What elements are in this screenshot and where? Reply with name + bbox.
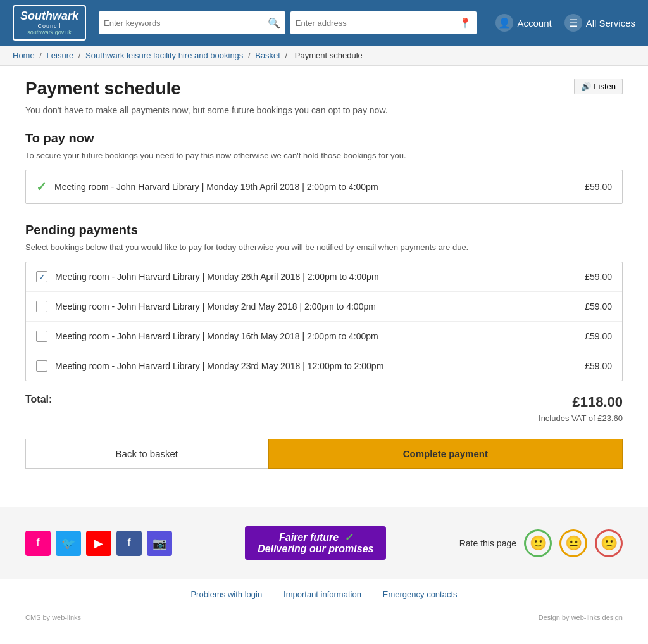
breadcrumb-leisure[interactable]: Leisure bbox=[47, 51, 74, 60]
fairer-banner-box: Fairer future ✓ Delivering our promises bbox=[245, 526, 386, 560]
twitter-icon[interactable]: 🐦 bbox=[56, 531, 81, 556]
back-to-basket-button[interactable]: Back to basket bbox=[25, 439, 268, 469]
social-icons: f 🐦 ▶ f 📷 bbox=[25, 531, 172, 556]
pending-checkbox-0[interactable] bbox=[36, 271, 47, 282]
services-button[interactable]: ☰ All Services bbox=[564, 14, 635, 32]
vat-text: Includes VAT of £23.60 bbox=[25, 414, 623, 423]
pay-now-item-0: ✓ Meeting room - John Harvard Library | … bbox=[26, 170, 622, 203]
youtube-icon[interactable]: ▶ bbox=[86, 531, 111, 556]
services-label: All Services bbox=[586, 18, 635, 28]
design-credit: Design by web-links design bbox=[539, 614, 623, 621]
footer-bottom: CMS by web-links Design by web-links des… bbox=[0, 609, 648, 626]
page-title: Payment schedule bbox=[25, 79, 623, 99]
listen-label: Listen bbox=[594, 82, 616, 91]
pay-now-item-desc: Meeting room - John Harvard Library | Mo… bbox=[54, 182, 585, 192]
search-icon: 🔍 bbox=[268, 17, 280, 29]
pending-item-1: Meeting room - John Harvard Library | Mo… bbox=[26, 292, 622, 322]
footer-inner: f 🐦 ▶ f 📷 Fairer future ✓ Delivering our… bbox=[25, 526, 623, 560]
emergency-contacts-link[interactable]: Emergency contacts bbox=[383, 590, 458, 599]
header-nav: 👤 Account ☰ All Services bbox=[495, 14, 635, 32]
account-button[interactable]: 👤 Account bbox=[495, 14, 551, 32]
fairer-future-banner: Fairer future ✓ Delivering our promises bbox=[245, 526, 386, 560]
breadcrumb-sep: / bbox=[248, 51, 252, 60]
breadcrumb-home[interactable]: Home bbox=[13, 51, 35, 60]
total-amount: £118.00 bbox=[572, 394, 623, 410]
main-content: 🔊 Listen Payment schedule You don't have… bbox=[0, 66, 648, 507]
breadcrumb-current: Payment schedule bbox=[295, 51, 363, 60]
breadcrumb-basket[interactable]: Basket bbox=[255, 51, 280, 60]
keyword-input[interactable] bbox=[104, 18, 268, 28]
pending-item-desc-0: Meeting room - John Harvard Library | Mo… bbox=[55, 272, 585, 282]
logo-text: Southwark bbox=[20, 10, 78, 22]
rate-label: Rate this page bbox=[459, 538, 516, 548]
pending-item-desc-2: Meeting room - John Harvard Library | Mo… bbox=[55, 331, 585, 341]
account-icon: 👤 bbox=[495, 14, 513, 32]
pending-item-desc-3: Meeting room - John Harvard Library | Mo… bbox=[55, 361, 585, 371]
address-input[interactable] bbox=[296, 18, 459, 28]
services-icon: ☰ bbox=[564, 14, 582, 32]
neutral-rating[interactable]: 😐 bbox=[559, 529, 587, 557]
breadcrumb: Home / Leisure / Southwark leisure facil… bbox=[0, 46, 648, 66]
breadcrumb-sep: / bbox=[78, 51, 83, 60]
logo[interactable]: Southwark Council southwark.gov.uk bbox=[13, 5, 86, 41]
listen-button[interactable]: 🔊 Listen bbox=[574, 79, 623, 94]
keyword-search[interactable]: 🔍 bbox=[99, 11, 285, 34]
pending-item-0: Meeting room - John Harvard Library | Mo… bbox=[26, 262, 622, 292]
breadcrumb-facility[interactable]: Southwark leisure facility hire and book… bbox=[85, 51, 243, 60]
total-row: Total: £118.00 bbox=[25, 394, 623, 410]
to-pay-now-title: To pay now bbox=[25, 131, 623, 146]
instagram-icon[interactable]: 📷 bbox=[147, 531, 172, 556]
problems-login-link[interactable]: Problems with login bbox=[190, 590, 262, 599]
pending-desc: Select bookings below that you would lik… bbox=[25, 243, 623, 252]
facebook-icon[interactable]: f bbox=[116, 531, 142, 556]
complete-payment-button[interactable]: Complete payment bbox=[268, 439, 623, 469]
fairer-check: ✓ bbox=[344, 532, 352, 543]
important-info-link[interactable]: Important information bbox=[284, 590, 361, 599]
rate-page: Rate this page 🙂 😐 🙁 bbox=[459, 529, 623, 557]
cms-credit: CMS by web-links bbox=[25, 614, 81, 621]
footer: f 🐦 ▶ f 📷 Fairer future ✓ Delivering our… bbox=[0, 507, 648, 579]
to-pay-now-box: ✓ Meeting room - John Harvard Library | … bbox=[25, 170, 623, 204]
pending-item-desc-1: Meeting room - John Harvard Library | Mo… bbox=[55, 301, 585, 312]
pending-title: Pending payments bbox=[25, 223, 623, 237]
action-buttons: Back to basket Complete payment bbox=[25, 439, 623, 469]
fairer-sub: Delivering our promises bbox=[258, 543, 373, 554]
pending-checkbox-1[interactable] bbox=[36, 301, 47, 312]
pending-item-price-0: £59.00 bbox=[585, 272, 612, 282]
logo-council: Council bbox=[38, 23, 61, 29]
fairer-title: Fairer future bbox=[279, 532, 339, 543]
to-pay-now-desc: To secure your future bookings you need … bbox=[25, 151, 623, 160]
pay-now-item-price: £59.00 bbox=[585, 182, 612, 192]
header: Show Display Options Southwark Council s… bbox=[0, 0, 648, 46]
flickr-icon[interactable]: f bbox=[25, 531, 51, 556]
total-label: Total: bbox=[25, 394, 52, 405]
account-label: Account bbox=[517, 18, 551, 28]
breadcrumb-sep: / bbox=[285, 51, 290, 60]
pending-item-price-3: £59.00 bbox=[585, 361, 612, 371]
pending-item-3: Meeting room - John Harvard Library | Mo… bbox=[26, 351, 622, 381]
address-search[interactable]: 📍 bbox=[290, 11, 477, 34]
logo-url: southwark.gov.uk bbox=[27, 29, 71, 35]
pending-item-price-2: £59.00 bbox=[585, 331, 612, 341]
listen-icon: 🔊 bbox=[581, 82, 591, 91]
happy-rating[interactable]: 🙂 bbox=[524, 529, 552, 557]
pending-box: Meeting room - John Harvard Library | Mo… bbox=[25, 262, 623, 381]
search-bar: 🔍 📍 bbox=[99, 11, 477, 34]
pending-item-2: Meeting room - John Harvard Library | Mo… bbox=[26, 322, 622, 351]
location-icon: 📍 bbox=[459, 17, 471, 29]
breadcrumb-sep: / bbox=[39, 51, 44, 60]
pending-checkbox-2[interactable] bbox=[36, 331, 47, 342]
checkmark-icon: ✓ bbox=[36, 179, 47, 194]
sad-rating[interactable]: 🙁 bbox=[595, 529, 623, 557]
footer-links: Problems with login Important informatio… bbox=[0, 579, 648, 609]
pending-checkbox-3[interactable] bbox=[36, 360, 47, 372]
pending-item-price-1: £59.00 bbox=[585, 301, 612, 312]
page-subtitle: You don't have to make all payments now,… bbox=[25, 105, 623, 115]
